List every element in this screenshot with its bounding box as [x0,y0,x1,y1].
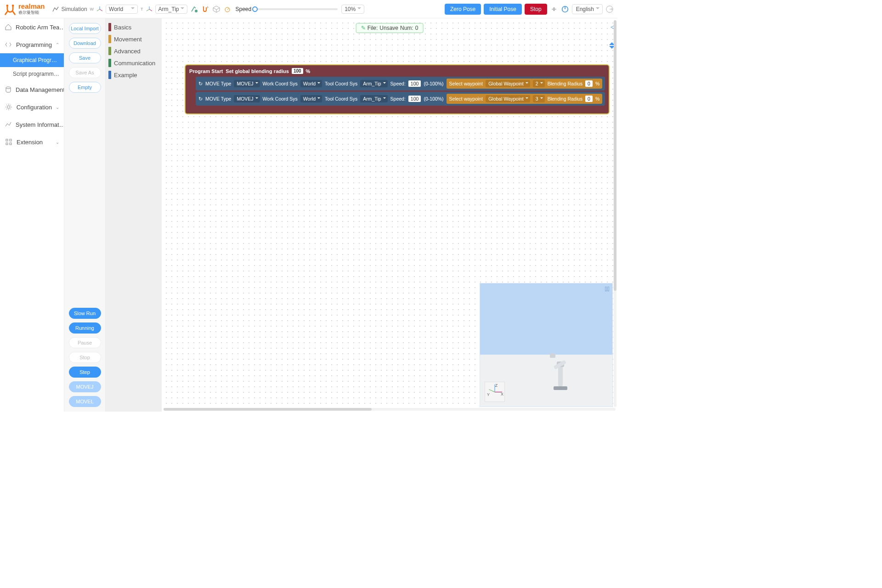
move-type-select[interactable]: MOVEJ [234,80,260,87]
program-block[interactable]: Program Start Set global blending radius… [185,64,610,114]
download-button[interactable]: Download [69,38,101,49]
world-value[interactable]: World [106,5,138,14]
speed-value[interactable]: 10% [341,5,364,14]
eye-slash-icon[interactable]: 👁⃠ [605,285,610,293]
topbar: realman 睿尔曼智能 Simulation W World T Arm_T… [0,0,617,18]
speed-icon [223,5,232,13]
tool-select[interactable]: T Arm_Tip [141,5,187,14]
initial-pose-button[interactable]: Initial Pose [484,4,522,15]
svg-rect-9 [10,139,11,141]
blend-radius-input[interactable]: 0 [585,96,593,102]
loop-icon: ↻ [198,96,203,102]
stop-button[interactable]: Stop [69,352,101,363]
nav-graphical-prog[interactable]: Graphical Progr… [0,53,64,67]
simulation-icon [51,5,60,13]
speed-slider[interactable] [255,8,338,10]
save-button[interactable]: Save [69,52,101,63]
cat-advanced[interactable]: Advanced [106,45,162,57]
tool-icon-2[interactable] [201,5,209,13]
svg-rect-11 [10,143,11,145]
world-select[interactable]: W World [90,5,138,14]
cube-icon[interactable] [212,5,220,13]
language-select[interactable]: English [572,4,603,14]
chevron-down-icon: ⌄ [56,140,59,145]
chart-icon [5,120,12,129]
speed-input[interactable]: 100 [408,96,421,102]
local-import-button[interactable]: Local Import [69,23,101,34]
speed-input[interactable]: 100 [408,80,421,87]
vertical-scrollbar[interactable] [614,20,616,407]
robot-model [549,349,572,390]
program-start-header[interactable]: Program Start Set global blending radius… [189,68,605,74]
horizontal-scrollbar[interactable] [164,408,616,411]
zero-pose-button[interactable]: Zero Pose [445,4,481,15]
nav-extension[interactable]: Extension ⌄ [0,133,64,151]
brand-icon [4,3,17,16]
tool-coord-select[interactable]: Arm_Tip [360,95,387,102]
waypoint-type-select[interactable]: Global Waypoint [486,95,530,102]
slow-run-button[interactable]: Slow Run [69,308,101,319]
tool-icon-1[interactable] [190,5,198,13]
brand-logo: realman 睿尔曼智能 [4,3,45,16]
movej-button[interactable]: MOVEJ [69,381,101,392]
cat-basics[interactable]: Basics [106,21,162,33]
running-button[interactable]: Running [69,322,101,334]
db-icon [5,85,12,94]
power-icon[interactable] [561,5,569,13]
svg-rect-8 [6,139,8,141]
waypoint-type-select[interactable]: Global Waypoint [486,80,530,87]
chevron-up-icon: ⌃ [56,42,59,47]
movel-button[interactable]: MOVEL [69,396,101,407]
global-radius-input[interactable]: 100 [292,68,303,74]
home-icon [5,23,12,31]
blend-radius-input[interactable]: 0 [585,80,593,87]
empty-button[interactable]: Empty [69,82,101,93]
action-column: Local Import Download Save Save As Empty… [64,18,106,412]
waypoint-index-select[interactable]: 2 [533,80,545,87]
work-coord-select[interactable]: World [300,80,322,87]
brand-sub: 睿尔曼智能 [18,10,45,16]
gear-icon [5,103,13,111]
waypoint-index-select[interactable]: 3 [533,95,545,102]
chevron-down-icon: ⌄ [56,105,59,110]
move-type-select[interactable]: MOVEJ [234,95,260,102]
step-button[interactable]: Step [69,367,101,378]
3d-preview[interactable]: 👁⃠ Z Y X [480,283,613,407]
blockly-canvas[interactable]: ✎ File: Unsave Num: 0 ◁ Program Start Se… [162,18,617,412]
block-categories: Basics Movement Advanced Communication E… [106,18,162,412]
tool-coord-select[interactable]: Arm_Tip [360,80,387,87]
loop-icon: ↻ [198,81,203,86]
speed-label: Speed [235,6,251,12]
cat-example[interactable]: Example [106,69,162,81]
svg-point-7 [7,106,10,108]
axis-icon [145,5,153,13]
nav-data-mgmt[interactable]: Data Management [0,81,64,98]
nav-configuration[interactable]: Configuration ⌄ [0,98,64,116]
move-block-2[interactable]: ↻ MOVE Type MOVEJ Work Coord Sys World T… [196,92,605,106]
svg-point-2 [195,10,198,12]
brand-name: realman [18,3,45,10]
tool-value[interactable]: Arm_Tip [155,5,188,14]
file-status: ✎ File: Unsave Num: 0 [356,23,424,33]
save-as-button[interactable]: Save As [69,67,101,78]
simulation-toggle[interactable]: Simulation [51,5,87,13]
nav-robotic-arm[interactable]: Robotic Arm Tea… [0,18,64,36]
cat-movement[interactable]: Movement [106,33,162,45]
nav-programming[interactable]: Programming ⌃ [0,36,64,53]
connect-icon[interactable] [550,5,558,13]
pause-button[interactable]: Pause [69,337,101,348]
grid-icon [5,138,13,146]
cat-communication[interactable]: Communication [106,57,162,69]
axis-icon [96,5,104,13]
axis-gizmo[interactable]: Z Y X [485,382,505,402]
nav-system-info[interactable]: System Informat… [0,116,64,133]
svg-point-6 [6,87,11,89]
stop-button-top[interactable]: Stop [525,4,547,15]
svg-rect-10 [6,143,8,145]
logout-icon[interactable] [605,5,614,13]
nav-script-prog[interactable]: Script programm… [0,67,64,81]
sidebar-nav: Robotic Arm Tea… Programming ⌃ Graphical… [0,18,64,412]
work-coord-select[interactable]: World [300,95,322,102]
move-block-1[interactable]: ↻ MOVE Type MOVEJ Work Coord Sys World T… [196,77,605,90]
edit-icon[interactable]: ✎ [361,25,366,31]
